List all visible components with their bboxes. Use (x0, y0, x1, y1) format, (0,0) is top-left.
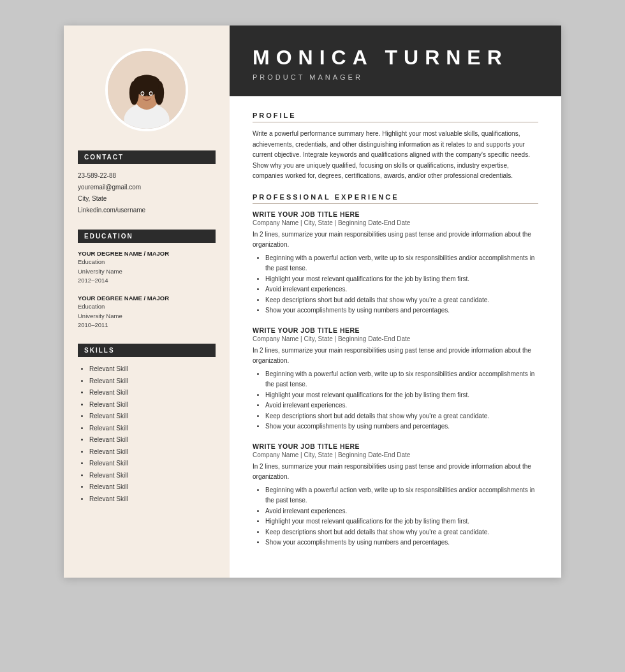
skill-item-8: Relevant Skill (89, 446, 216, 458)
job-meta-3: Company Name | City, State | Beginning D… (253, 451, 538, 458)
applicant-name: MONICA TURNER (253, 46, 538, 69)
right-column: MONICA TURNER PRODUCT MANAGER PROFILE Wr… (230, 26, 561, 578)
job-meta-1: Company Name | City, State | Beginning D… (253, 219, 538, 226)
svg-point-12 (145, 96, 149, 98)
years-1: 2012–2014 (78, 276, 216, 285)
bullet-3-4: Keep descriptions short but add details … (265, 527, 538, 538)
university-2: University Name (78, 312, 216, 321)
job-desc-3: In 2 lines, summarize your main responsi… (253, 462, 538, 482)
years-2: 2010–2011 (78, 321, 216, 330)
contact-email: youremail@gmail.com (78, 182, 216, 193)
education-heading: EDUCATION (78, 230, 216, 243)
bullet-1-2: Highlight your most relevant qualificati… (265, 274, 538, 285)
skill-item-10: Relevant Skill (89, 470, 216, 482)
bullet-3-1: Beginning with a powerful action verb, w… (265, 485, 538, 506)
bullet-1-1: Beginning with a powerful action verb, w… (265, 253, 538, 274)
skill-item-6: Relevant Skill (89, 423, 216, 435)
skill-item-5: Relevant Skill (89, 411, 216, 423)
jobs-container: WRITE YOUR JOB TITLE HERECompany Name | … (253, 210, 538, 548)
svg-point-7 (135, 75, 159, 97)
job-desc-1: In 2 lines, summarize your main responsi… (253, 230, 538, 250)
bullet-2-1: Beginning with a powerful action verb, w… (265, 369, 538, 390)
right-content: PROFILE Write a powerful performance sum… (230, 96, 561, 578)
skills-heading: SKILLS (78, 344, 216, 357)
university-1: University Name (78, 267, 216, 276)
skill-item-12: Relevant Skill (89, 493, 216, 506)
svg-point-11 (150, 92, 152, 95)
contact-phone: 23-589-22-88 (78, 170, 216, 181)
profile-text: Write a powerful performance summary her… (253, 129, 538, 182)
edu-label-2: Education (78, 302, 216, 311)
bullet-2-2: Highlight your most relevant qualificati… (265, 390, 538, 401)
bullet-2-5: Show your accomplishments by using numbe… (265, 421, 538, 432)
resume-document: CONTACT 23-589-22-88 youremail@gmail.com… (64, 26, 561, 578)
bullet-2-4: Keep descriptions short but add details … (265, 411, 538, 422)
job-bullets-3: Beginning with a powerful action verb, w… (253, 485, 538, 548)
bullet-1-3: Avoid irrelevant experiences. (265, 284, 538, 295)
left-sections: CONTACT 23-589-22-88 youremail@gmail.com… (64, 150, 230, 519)
job-bullets-1: Beginning with a powerful action verb, w… (253, 253, 538, 316)
skill-item-3: Relevant Skill (89, 387, 216, 399)
contact-info: 23-589-22-88 youremail@gmail.com City, S… (78, 170, 216, 215)
header-bar: MONICA TURNER PRODUCT MANAGER (230, 26, 561, 96)
skill-item-9: Relevant Skill (89, 458, 216, 470)
skill-item-7: Relevant Skill (89, 434, 216, 446)
bullet-3-5: Show your accomplishments by using numbe… (265, 537, 538, 548)
applicant-title: PRODUCT MANAGER (253, 73, 538, 81)
job-title-1: WRITE YOUR JOB TITLE HERE (253, 210, 538, 218)
photo-area (64, 26, 230, 150)
contact-linkedin: Linkedin.com/username (78, 205, 216, 215)
education-section: EDUCATION YOUR DEGREE NAME / MAJOR Educa… (78, 230, 216, 330)
education-entry-1: YOUR DEGREE NAME / MAJOR Education Unive… (78, 249, 216, 285)
job-meta-2: Company Name | City, State | Beginning D… (253, 335, 538, 342)
bullet-3-3: Highlight your most relevant qualificati… (265, 516, 538, 527)
skills-section: SKILLS Relevant SkillRelevant SkillRelev… (78, 344, 216, 505)
skill-item-2: Relevant Skill (89, 376, 216, 388)
degree-2: YOUR DEGREE NAME / MAJOR (78, 294, 216, 302)
degree-1: YOUR DEGREE NAME / MAJOR (78, 249, 216, 258)
job-desc-2: In 2 lines, summarize your main responsi… (253, 346, 538, 366)
job-block-2: WRITE YOUR JOB TITLE HERECompany Name | … (253, 326, 538, 432)
bullet-2-3: Avoid irrelevant experiences. (265, 400, 538, 411)
job-bullets-2: Beginning with a powerful action verb, w… (253, 369, 538, 432)
edu-label-1: Education (78, 258, 216, 267)
bullet-3-2: Avoid irrelevant experiences. (265, 506, 538, 517)
skill-item-4: Relevant Skill (89, 399, 216, 411)
contact-heading: CONTACT (78, 150, 216, 164)
job-block-3: WRITE YOUR JOB TITLE HERECompany Name | … (253, 442, 538, 548)
skill-item-1: Relevant Skill (89, 363, 216, 376)
skill-item-11: Relevant Skill (89, 481, 216, 493)
profile-photo (105, 48, 188, 131)
profile-heading: PROFILE (253, 112, 538, 122)
experience-heading: PROFESSIONAL EXPERIENCE (253, 193, 538, 204)
job-title-2: WRITE YOUR JOB TITLE HERE (253, 326, 538, 334)
skills-list: Relevant SkillRelevant SkillRelevant Ski… (78, 363, 216, 505)
bullet-1-5: Show your accomplishments by using numbe… (265, 305, 538, 316)
job-block-1: WRITE YOUR JOB TITLE HERECompany Name | … (253, 210, 538, 316)
contact-section: CONTACT 23-589-22-88 youremail@gmail.com… (78, 150, 216, 215)
left-column: CONTACT 23-589-22-88 youremail@gmail.com… (64, 26, 230, 578)
bullet-1-4: Keep descriptions short but add details … (265, 295, 538, 306)
svg-point-10 (142, 92, 144, 95)
job-title-3: WRITE YOUR JOB TITLE HERE (253, 442, 538, 450)
contact-location: City, State (78, 193, 216, 204)
education-entry-2: YOUR DEGREE NAME / MAJOR Education Unive… (78, 294, 216, 330)
